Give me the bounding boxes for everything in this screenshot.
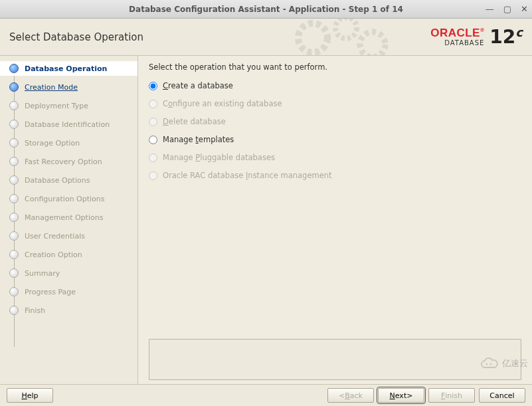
step-bullet-icon bbox=[9, 306, 19, 315]
sidebar-step-3: Database Identification bbox=[0, 117, 137, 132]
operation-radio-5 bbox=[149, 171, 157, 180]
step-bullet-icon bbox=[9, 120, 19, 129]
main-panel: Select the operation that you want to pe… bbox=[138, 56, 532, 384]
oracle-logo: ORACLE® DATABASE 12c bbox=[430, 27, 523, 47]
operation-option-2: Delete database bbox=[149, 117, 521, 126]
step-label: Database Operation bbox=[25, 64, 107, 73]
wizard-sidebar: Database OperationCreation ModeDeploymen… bbox=[0, 56, 138, 384]
step-bullet-icon bbox=[9, 64, 19, 73]
sidebar-step-7: Configuration Options bbox=[0, 191, 137, 206]
operation-label-0: Create a database bbox=[163, 81, 233, 90]
operation-radio-2 bbox=[149, 118, 157, 126]
step-bullet-icon bbox=[9, 82, 19, 92]
sidebar-step-2: Deployment Type bbox=[0, 98, 137, 113]
back-button[interactable]: < Back bbox=[327, 388, 374, 403]
step-label: Database Options bbox=[25, 176, 90, 185]
step-label: Creation Option bbox=[25, 251, 82, 259]
svg-point-3 bbox=[486, 363, 488, 365]
sidebar-step-5: Fast Recovery Option bbox=[0, 154, 137, 169]
watermark: 亿速云 bbox=[480, 357, 528, 370]
operation-radio-4 bbox=[149, 153, 157, 162]
step-bullet-icon bbox=[9, 175, 19, 185]
operation-option-4: Manage Pluggable databases bbox=[149, 153, 521, 162]
step-label: Progress Page bbox=[25, 288, 76, 296]
step-label: Finish bbox=[25, 306, 45, 315]
sidebar-step-1[interactable]: Creation Mode bbox=[0, 80, 137, 94]
cancel-button[interactable]: Cancel bbox=[479, 388, 525, 403]
sidebar-step-4: Storage Option bbox=[0, 136, 137, 150]
step-label: Deployment Type bbox=[25, 102, 88, 110]
finish-button[interactable]: Finish bbox=[428, 388, 475, 403]
operation-option-1: Configure an existing database bbox=[149, 99, 521, 108]
operation-radio-3[interactable] bbox=[149, 136, 157, 144]
step-bullet-icon bbox=[9, 213, 19, 222]
maximize-icon[interactable]: ▢ bbox=[503, 5, 511, 13]
step-label: Creation Mode bbox=[25, 83, 78, 92]
step-label: Configuration Options bbox=[25, 195, 105, 203]
step-bullet-icon bbox=[9, 268, 19, 278]
sidebar-step-6: Database Options bbox=[0, 173, 137, 187]
minimize-icon[interactable]: — bbox=[486, 5, 494, 13]
svg-point-1 bbox=[335, 19, 357, 39]
sidebar-step-8: Management Options bbox=[0, 210, 137, 225]
step-bullet-icon bbox=[9, 250, 19, 259]
step-label: Storage Option bbox=[25, 139, 80, 148]
step-bullet-icon bbox=[9, 157, 19, 166]
step-label: Management Options bbox=[25, 213, 103, 222]
message-area bbox=[149, 339, 521, 380]
step-bullet-icon bbox=[9, 138, 19, 148]
wizard-footer: Help < Back Next > Finish Cancel bbox=[0, 384, 532, 406]
help-button[interactable]: Help bbox=[7, 388, 53, 403]
page-title: Select Database Operation bbox=[9, 31, 143, 43]
operation-label-5: Oracle RAC database Instance management bbox=[163, 171, 332, 180]
sidebar-step-9: User Credentials bbox=[0, 229, 137, 243]
window-title: Database Configuration Assistant - Appli… bbox=[0, 5, 532, 14]
sidebar-step-11: Summary bbox=[0, 266, 137, 280]
sidebar-step-13: Finish bbox=[0, 303, 137, 318]
step-bullet-icon bbox=[9, 231, 19, 241]
gears-decoration bbox=[286, 19, 419, 56]
operation-prompt: Select the operation that you want to pe… bbox=[149, 62, 521, 72]
sidebar-step-12: Progress Page bbox=[0, 284, 137, 299]
step-bullet-icon bbox=[9, 287, 19, 296]
svg-point-2 bbox=[360, 32, 385, 56]
window-titlebar: Database Configuration Assistant - Appli… bbox=[0, 0, 532, 19]
step-label: Summary bbox=[25, 269, 60, 278]
step-bullet-icon bbox=[9, 194, 19, 203]
operation-option-0[interactable]: Create a database bbox=[149, 81, 521, 90]
operation-option-5: Oracle RAC database Instance management bbox=[149, 171, 521, 180]
svg-point-4 bbox=[490, 363, 492, 365]
next-button[interactable]: Next > bbox=[378, 388, 424, 403]
operation-label-3: Manage templates bbox=[163, 135, 234, 144]
close-icon[interactable]: ✕ bbox=[521, 5, 528, 13]
operation-radio-1 bbox=[149, 100, 157, 108]
step-label: User Credentials bbox=[25, 232, 85, 241]
svg-point-0 bbox=[298, 23, 327, 52]
step-bullet-icon bbox=[9, 101, 19, 110]
header-bar: Select Database Operation ORACLE® DATABA… bbox=[0, 19, 532, 56]
sidebar-step-0: Database Operation bbox=[0, 61, 137, 76]
operation-label-1: Configure an existing database bbox=[163, 99, 282, 108]
operation-radio-0[interactable] bbox=[149, 82, 157, 90]
step-label: Database Identification bbox=[25, 120, 110, 129]
operation-option-3[interactable]: Manage templates bbox=[149, 135, 521, 144]
step-label: Fast Recovery Option bbox=[25, 157, 102, 166]
operation-label-2: Delete database bbox=[163, 117, 226, 126]
sidebar-step-10: Creation Option bbox=[0, 247, 137, 262]
operation-label-4: Manage Pluggable databases bbox=[163, 153, 275, 162]
